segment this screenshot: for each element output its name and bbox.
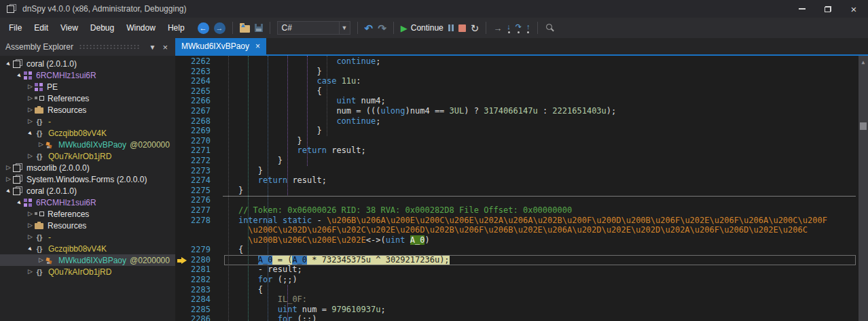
show-next-statement-icon[interactable]: → bbox=[493, 24, 502, 33]
tree-item--[interactable]: ▷- bbox=[0, 231, 175, 243]
code-line-2263[interactable]: 2263 } bbox=[175, 67, 858, 77]
save-all-icon[interactable] bbox=[255, 24, 263, 32]
restore-button[interactable] bbox=[818, 1, 838, 16]
code-line-2271[interactable]: 2271 return result; bbox=[175, 146, 858, 156]
code-line-2285[interactable]: 2285 uint num = 979610937u; bbox=[175, 305, 858, 315]
menu-file[interactable]: File bbox=[3, 20, 28, 35]
assembly-tree[interactable]: ▾coral (2.0.1.0)▾6RCMHlz1sui6R▷PE▷Refere… bbox=[0, 56, 175, 321]
scroll-up-icon[interactable]: ▲ bbox=[858, 56, 868, 65]
chevron-down-icon[interactable]: ▼ bbox=[339, 22, 350, 34]
code-token: } bbox=[219, 186, 243, 195]
code-line-2284[interactable]: 2284 IL_0F: bbox=[175, 294, 858, 305]
step-into-icon[interactable]: ↓ bbox=[507, 23, 511, 33]
code-line-2272[interactable]: 2272 } bbox=[175, 156, 858, 166]
code-line-wrap[interactable]: \u200B\u206C\u200E\u202E<->(uint A_0) bbox=[175, 235, 858, 246]
menu-help[interactable]: Help bbox=[162, 20, 191, 35]
assembly-explorer-header[interactable]: Assembly Explorer ▼ × bbox=[0, 38, 175, 56]
language-select[interactable]: C# ▼ bbox=[277, 21, 350, 35]
tree-item-mwkud6ixvbpaoy[interactable]: ▷MWkud6IXvBPaoy@0200000 bbox=[0, 139, 175, 150]
code-line-2265[interactable]: 2265 { bbox=[175, 86, 858, 97]
tree-item-mscorlib-2-0-0-0-[interactable]: ▷mscorlib (2.0.0.0) bbox=[0, 162, 175, 173]
step-over-icon[interactable]: ↷ bbox=[516, 23, 522, 33]
current-statement-arrow-icon bbox=[177, 257, 187, 265]
step-out-icon[interactable]: ↑ bbox=[526, 23, 530, 33]
titlebar[interactable]: dnSpy v4.0.0 (x86, Administrator, Debugg… bbox=[0, 0, 868, 18]
code-editor[interactable]: 2262 continue;2263 }2264 case 11u:2265 {… bbox=[175, 56, 868, 321]
menu-edit[interactable]: Edit bbox=[28, 20, 54, 35]
restart-icon[interactable]: ↻ bbox=[471, 23, 480, 33]
code-line-2277[interactable]: 2277 // Token: 0x06000026 RID: 38 RVA: 0… bbox=[175, 205, 858, 216]
expand-icon[interactable]: ▷ bbox=[26, 153, 35, 159]
code-line-2286[interactable]: 2286 for (;;) bbox=[175, 314, 858, 321]
expand-icon[interactable]: ▷ bbox=[26, 95, 35, 101]
code-line-wrap[interactable]: \u200C\u202D\u206F\u202C\u202E\u206D\u20… bbox=[175, 225, 858, 235]
close-button[interactable]: × bbox=[844, 1, 864, 16]
menu-window[interactable]: Window bbox=[120, 20, 162, 35]
tree-item-mwkud6ixvbpaoy[interactable]: ▷MWkud6IXvBPaoy@0200000 bbox=[0, 254, 175, 266]
forward-icon[interactable]: → bbox=[214, 22, 225, 34]
expand-icon[interactable]: ▷ bbox=[4, 165, 13, 171]
tree-item-coral-2-0-1-0-[interactable]: ▾coral (2.0.1.0) bbox=[0, 58, 175, 69]
tree-item-label: mscorlib (2.0.0.0) bbox=[26, 163, 90, 173]
tree-item-pe[interactable]: ▷PE bbox=[0, 81, 175, 92]
tree-item-system-windows-forms-2-0-0-0-[interactable]: ▷System.Windows.Forms (2.0.0.0) bbox=[0, 173, 175, 185]
code-line-2269[interactable]: 2269 } bbox=[175, 126, 858, 136]
panel-close-icon[interactable]: × bbox=[159, 41, 171, 54]
stop-icon[interactable] bbox=[458, 24, 466, 32]
code-line-2281[interactable]: 2281 - result; bbox=[175, 265, 858, 275]
expand-icon[interactable]: ▷ bbox=[37, 257, 46, 263]
expand-icon[interactable]: ▷ bbox=[26, 222, 35, 229]
continue-button[interactable]: ▶ Continue bbox=[401, 23, 444, 33]
code-line-2276[interactable]: 2276 bbox=[175, 195, 858, 205]
editor-scrollbar[interactable]: ▲ bbox=[858, 56, 868, 321]
expand-icon[interactable]: ▷ bbox=[26, 84, 35, 90]
code-line-2278[interactable]: 2278 internal static - \u206B\u206A\u200… bbox=[175, 216, 858, 226]
break-icon[interactable] bbox=[448, 24, 454, 31]
expand-icon[interactable]: ▷ bbox=[37, 141, 46, 148]
menu-debug[interactable]: Debug bbox=[84, 20, 120, 35]
code-line-2283[interactable]: 2283 { bbox=[175, 285, 858, 295]
tree-item-q0u7kairob1jrd[interactable]: ▷Q0u7kAIrOb1jRD bbox=[0, 150, 175, 162]
code-line-2279[interactable]: 2279 { bbox=[175, 245, 858, 255]
assembly-explorer-panel: Assembly Explorer ▼ × ▾coral (2.0.1.0)▾6… bbox=[0, 38, 175, 321]
tree-item-gczqibb08vv4k[interactable]: ▾Gczqibb08vV4K bbox=[0, 243, 175, 254]
tree-item-resources[interactable]: ▷Resources bbox=[0, 220, 175, 231]
tab-mwkud6ixvbpaoy[interactable]: MWkud6IXvBPaoy × bbox=[175, 38, 266, 54]
menu-view[interactable]: View bbox=[54, 20, 84, 35]
code-line-2270[interactable]: 2270 } bbox=[175, 136, 858, 146]
code-line-2282[interactable]: 2282 for (;;) bbox=[175, 275, 858, 285]
expand-icon[interactable]: ▷ bbox=[26, 107, 35, 113]
undo-icon[interactable]: ↶ bbox=[365, 23, 374, 33]
tree-item-references[interactable]: ▷References bbox=[0, 92, 175, 104]
scroll-thumb[interactable] bbox=[860, 122, 867, 130]
expand-icon[interactable]: ▷ bbox=[26, 234, 35, 240]
tree-item-references[interactable]: ▷References bbox=[0, 208, 175, 220]
code-line-2266[interactable]: 2266 uint num4; bbox=[175, 96, 858, 106]
tree-item-resources[interactable]: ▷Resources bbox=[0, 104, 175, 116]
minimize-button[interactable] bbox=[792, 1, 812, 16]
back-icon[interactable]: ← bbox=[198, 22, 209, 34]
expand-icon[interactable]: ▷ bbox=[26, 211, 35, 217]
expand-icon[interactable]: ▷ bbox=[26, 269, 35, 275]
expand-icon[interactable]: ▷ bbox=[26, 118, 35, 124]
code-line-2268[interactable]: 2268 continue; bbox=[175, 116, 858, 126]
code-line-2273[interactable]: 2273 } bbox=[175, 166, 858, 176]
code-line-2267[interactable]: 2267 num = (((ulong)num4 == 3UL) ? 31740… bbox=[175, 106, 858, 116]
tree-item-q0u7kairob1jrd[interactable]: ▷Q0u7kAIrOb1jRD bbox=[0, 266, 175, 277]
code-line-2264[interactable]: 2264 case 11u: bbox=[175, 76, 858, 86]
code-line-2274[interactable]: 2274 return result; bbox=[175, 175, 858, 186]
code-line-2275[interactable]: 2275 } bbox=[175, 186, 858, 196]
panel-menu-chevron-icon[interactable]: ▼ bbox=[146, 42, 160, 52]
code-line-2262[interactable]: 2262 continue; bbox=[175, 56, 858, 67]
tree-item-gczqibb08vv4k[interactable]: ▾Gczqibb08vV4K bbox=[0, 127, 175, 139]
expand-icon[interactable]: ▷ bbox=[4, 176, 13, 182]
redo-icon[interactable]: ↷ bbox=[378, 23, 386, 33]
code-token: static bbox=[283, 216, 312, 225]
open-file-icon[interactable] bbox=[240, 25, 250, 33]
tree-item--[interactable]: ▷- bbox=[0, 116, 175, 127]
tree-item-coral-2-0-1-0-[interactable]: ▾coral (2.0.1.0) bbox=[0, 185, 175, 197]
search-icon[interactable] bbox=[545, 23, 554, 33]
tab-close-icon[interactable]: × bbox=[255, 41, 260, 51]
tree-item-6rcmhlz1sui6r[interactable]: ▾6RCMHlz1sui6R bbox=[0, 197, 175, 208]
tree-item-6rcmhlz1sui6r[interactable]: ▾6RCMHlz1sui6R bbox=[0, 69, 175, 81]
